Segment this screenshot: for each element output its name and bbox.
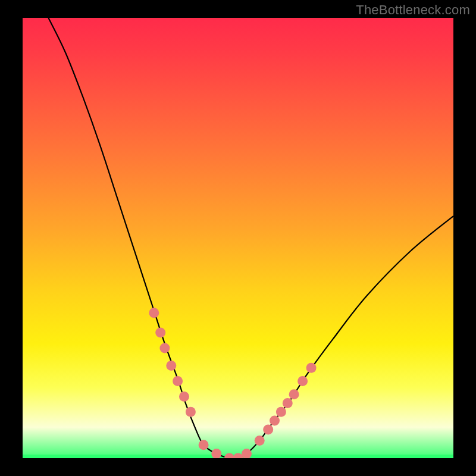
curve-marker [276, 407, 286, 417]
plot-area [23, 18, 453, 458]
curve-marker [255, 436, 265, 446]
curve-marker [298, 376, 308, 386]
bottleneck-curve [48, 18, 453, 458]
curve-marker [270, 416, 280, 426]
curve-marker [173, 376, 183, 386]
curve-marker [233, 453, 243, 459]
curve-marker [263, 424, 273, 434]
marker-group [149, 308, 316, 458]
curve-marker [224, 453, 234, 459]
curve-marker [283, 398, 293, 408]
chart-stage: TheBottleneck.com [0, 0, 476, 476]
curve-marker [155, 328, 165, 338]
curve-marker [166, 361, 176, 371]
curve-marker [199, 440, 209, 450]
curve-marker [149, 308, 159, 318]
curve-marker [186, 407, 196, 417]
curve-marker [306, 363, 317, 373]
curve-layer [23, 18, 453, 458]
curve-marker [159, 343, 170, 353]
curve-marker [211, 449, 221, 458]
curve-marker [289, 389, 299, 399]
watermark-text: TheBottleneck.com [356, 2, 470, 18]
curve-marker [179, 392, 189, 402]
